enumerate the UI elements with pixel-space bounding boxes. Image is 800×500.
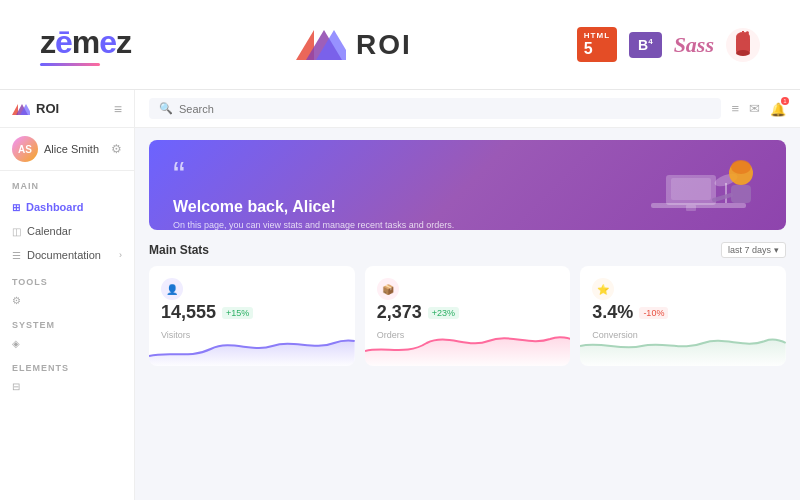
filter-arrow-icon: ▾: [774, 245, 779, 255]
user-avatar: AS: [12, 136, 38, 162]
topbar: 🔍 ≡ ✉ 🔔 1: [135, 90, 800, 128]
search-wrapper: 🔍: [149, 98, 721, 119]
sidebar-item-documentation[interactable]: ☰ Documentation ›: [0, 243, 134, 267]
conversion-change: -10%: [639, 307, 668, 319]
top-banner: zēmez ROI HTML 5 B4 Sass: [0, 0, 800, 90]
sidebar-logo-text: ROI: [36, 101, 59, 116]
topbar-mail-icon[interactable]: ✉: [749, 101, 760, 116]
conversion-chart: [580, 321, 786, 366]
sidebar-header: ROI ≡: [0, 90, 134, 128]
notification-dot: 1: [781, 97, 789, 105]
sidebar-section-elements: ELEMENTS: [0, 353, 134, 377]
tools-gear-icon: ⚙: [12, 295, 21, 306]
visitors-chart: [149, 321, 355, 366]
sidebar-logo: ROI: [12, 101, 59, 116]
sidebar-elements-icon-row: ⊟: [0, 377, 134, 396]
welcome-subtitle: On this page, you can view stats and man…: [173, 220, 473, 230]
svg-rect-13: [671, 178, 711, 200]
svg-point-5: [736, 50, 750, 56]
visitors-change: +15%: [222, 307, 253, 319]
elements-icon: ⊟: [12, 381, 20, 392]
conversion-value: 3.4%: [592, 302, 633, 323]
sidebar-menu-icon[interactable]: ≡: [114, 101, 122, 117]
app-container: ROI ≡ AS Alice Smith ⚙ MAIN ⊞ Dashboard …: [0, 90, 800, 500]
visitors-value: 14,555: [161, 302, 216, 323]
sidebar-item-calendar[interactable]: ◫ Calendar: [0, 219, 134, 243]
orders-chart: [365, 321, 571, 366]
stat-card-visitors: 👤 14,555 +15% Visitors: [149, 266, 355, 366]
calendar-icon: ◫: [12, 226, 21, 237]
svg-line-20: [714, 195, 731, 200]
sidebar-section-system: SYSTEM: [0, 310, 134, 334]
content-area: 🔍 ≡ ✉ 🔔 1 “ Welcome back, Alice! On this…: [135, 90, 800, 500]
svg-rect-14: [686, 205, 696, 211]
gulp-icon: [726, 28, 760, 62]
sidebar-system-icon-row: ◈: [0, 334, 134, 353]
sidebar-section-tools: TooLs: [0, 267, 134, 291]
stats-cards: 👤 14,555 +15% Visitors: [149, 266, 786, 366]
user-settings-icon[interactable]: ⚙: [111, 142, 122, 156]
notification-bell[interactable]: 🔔 1: [770, 100, 786, 118]
welcome-banner: “ Welcome back, Alice! On this page, you…: [149, 140, 786, 230]
sidebar: ROI ≡ AS Alice Smith ⚙ MAIN ⊞ Dashboard …: [0, 90, 135, 500]
roi-triangle-icon: [296, 25, 346, 65]
documentation-label: Documentation: [27, 249, 101, 261]
sass-icon: Sass: [674, 32, 714, 58]
svg-rect-19: [731, 185, 751, 203]
orders-icon: 📦: [377, 278, 399, 300]
html5-icon: HTML 5: [577, 27, 617, 62]
user-row: AS Alice Smith ⚙: [0, 128, 134, 171]
visitors-icon: 👤: [161, 278, 183, 300]
banner-illustration: [636, 145, 766, 230]
stat-card-orders-header: 📦: [377, 278, 559, 300]
topbar-icons: ≡ ✉ 🔔 1: [731, 100, 786, 118]
zemes-logo-text: zēmez: [40, 24, 131, 61]
documentation-arrow-icon: ›: [119, 250, 122, 260]
sidebar-item-dashboard[interactable]: ⊞ Dashboard: [0, 195, 134, 219]
orders-change: +23%: [428, 307, 459, 319]
conversion-icon: ⭐: [592, 278, 614, 300]
main-content: “ Welcome back, Alice! On this page, you…: [135, 128, 800, 500]
stat-card-conversion: ⭐ 3.4% -10% Conversion: [580, 266, 786, 366]
search-input[interactable]: [179, 103, 711, 115]
calendar-label: Calendar: [27, 225, 72, 237]
tech-stack-icons: HTML 5 B4 Sass: [577, 27, 760, 62]
bootstrap-icon: B4: [629, 32, 662, 58]
filter-label: last 7 days: [728, 245, 771, 255]
roi-logo: ROI: [296, 25, 412, 65]
search-icon: 🔍: [159, 102, 173, 115]
stats-filter-button[interactable]: last 7 days ▾: [721, 242, 786, 258]
orders-value-row: 2,373 +23%: [377, 302, 559, 323]
sidebar-roi-icon: [12, 102, 30, 116]
conversion-value-row: 3.4% -10%: [592, 302, 774, 323]
visitors-value-row: 14,555 +15%: [161, 302, 343, 323]
dashboard-label: Dashboard: [26, 201, 83, 213]
user-name-label: Alice Smith: [44, 143, 111, 155]
sidebar-section-main: MAIN: [0, 171, 134, 195]
stat-card-orders: 📦 2,373 +23% Orders: [365, 266, 571, 366]
zemes-logo-block: zēmez: [40, 24, 131, 66]
topbar-menu-icon[interactable]: ≡: [731, 101, 739, 116]
zemes-underline: [40, 63, 100, 66]
stats-section-title: Main Stats: [149, 243, 209, 257]
dashboard-icon: ⊞: [12, 202, 20, 213]
documentation-icon: ☰: [12, 250, 21, 261]
orders-value: 2,373: [377, 302, 422, 323]
stat-card-conversion-header: ⭐: [592, 278, 774, 300]
stats-header: Main Stats last 7 days ▾: [149, 242, 786, 258]
svg-point-18: [731, 160, 751, 174]
system-icon: ◈: [12, 338, 20, 349]
roi-label-text: ROI: [356, 29, 412, 61]
stat-card-visitors-header: 👤: [161, 278, 343, 300]
sidebar-tools-icon-row: ⚙: [0, 291, 134, 310]
